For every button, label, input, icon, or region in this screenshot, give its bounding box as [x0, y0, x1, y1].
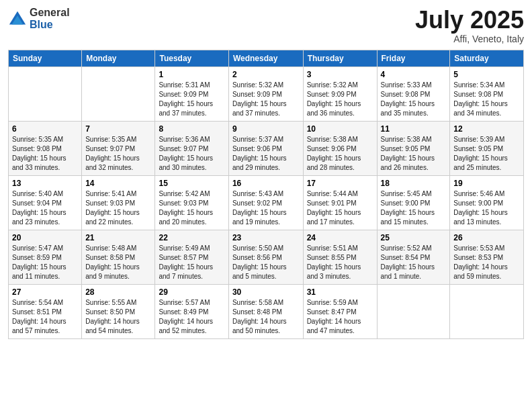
day-info: Sunrise: 5:39 AM Sunset: 9:05 PM Dayligh…: [453, 135, 520, 173]
daylight-text: Daylight: 15 hours and 36 minutes.: [307, 100, 361, 117]
calendar-cell: 16 Sunrise: 5:43 AM Sunset: 9:02 PM Dayl…: [228, 175, 303, 230]
day-info: Sunrise: 5:37 AM Sunset: 9:06 PM Dayligh…: [232, 135, 300, 173]
daylight-text: Daylight: 14 hours and 47 minutes.: [307, 318, 361, 334]
sunrise-text: Sunrise: 5:38 AM: [381, 136, 432, 143]
sunrise-text: Sunrise: 5:33 AM: [381, 81, 432, 89]
week-row-2: 13 Sunrise: 5:40 AM Sunset: 9:04 PM Dayl…: [9, 175, 524, 230]
sunrise-text: Sunrise: 5:49 AM: [159, 244, 210, 252]
day-info: Sunrise: 5:51 AM Sunset: 8:55 PM Dayligh…: [307, 244, 373, 281]
calendar-cell: 8 Sunrise: 5:36 AM Sunset: 9:07 PM Dayli…: [155, 121, 228, 175]
calendar-cell: [82, 66, 155, 121]
daylight-text: Daylight: 15 hours and 3 minutes.: [307, 263, 361, 280]
sunset-text: Sunset: 8:53 PM: [453, 254, 503, 261]
calendar-cell: 27 Sunrise: 5:54 AM Sunset: 8:51 PM Dayl…: [9, 284, 82, 338]
day-number: 14: [85, 179, 151, 188]
day-info: Sunrise: 5:46 AM Sunset: 9:00 PM Dayligh…: [453, 189, 520, 227]
day-number: 12: [453, 124, 520, 134]
day-info: Sunrise: 5:43 AM Sunset: 9:02 PM Dayligh…: [232, 189, 300, 227]
day-info: Sunrise: 5:59 AM Sunset: 8:47 PM Dayligh…: [307, 298, 373, 336]
day-number: 22: [159, 233, 224, 242]
sunset-text: Sunset: 8:47 PM: [307, 308, 357, 316]
header-monday: Monday: [82, 50, 155, 66]
calendar-cell: 4 Sunrise: 5:33 AM Sunset: 9:08 PM Dayli…: [377, 66, 450, 121]
day-info: Sunrise: 5:52 AM Sunset: 8:54 PM Dayligh…: [381, 244, 447, 281]
day-number: 31: [307, 287, 373, 297]
calendar-cell: 26 Sunrise: 5:53 AM Sunset: 8:53 PM Dayl…: [450, 230, 524, 284]
calendar-cell: 2 Sunrise: 5:32 AM Sunset: 9:09 PM Dayli…: [228, 66, 303, 121]
calendar-cell: 13 Sunrise: 5:40 AM Sunset: 9:04 PM Dayl…: [9, 175, 82, 230]
header-row: Sunday Monday Tuesday Wednesday Thursday…: [9, 50, 524, 66]
sunrise-text: Sunrise: 5:35 AM: [85, 136, 136, 143]
day-number: 26: [453, 233, 520, 242]
sunset-text: Sunset: 9:04 PM: [12, 199, 62, 207]
sunset-text: Sunset: 8:51 PM: [12, 308, 62, 316]
sunrise-text: Sunrise: 5:53 AM: [453, 244, 504, 252]
day-info: Sunrise: 5:35 AM Sunset: 9:08 PM Dayligh…: [12, 135, 78, 173]
sunset-text: Sunset: 8:50 PM: [85, 308, 135, 316]
sunset-text: Sunset: 8:56 PM: [232, 254, 282, 261]
sunset-text: Sunset: 8:59 PM: [12, 254, 62, 261]
sunset-text: Sunset: 8:54 PM: [381, 254, 431, 261]
day-number: 1: [159, 70, 224, 79]
week-row-1: 6 Sunrise: 5:35 AM Sunset: 9:08 PM Dayli…: [9, 121, 524, 175]
day-info: Sunrise: 5:41 AM Sunset: 9:03 PM Dayligh…: [85, 189, 151, 227]
calendar-cell: 19 Sunrise: 5:46 AM Sunset: 9:00 PM Dayl…: [450, 175, 524, 230]
sunrise-text: Sunrise: 5:59 AM: [307, 299, 358, 306]
daylight-text: Daylight: 14 hours and 59 minutes.: [453, 263, 508, 280]
day-info: Sunrise: 5:40 AM Sunset: 9:04 PM Dayligh…: [12, 189, 78, 227]
calendar-cell: 15 Sunrise: 5:42 AM Sunset: 9:03 PM Dayl…: [155, 175, 228, 230]
day-info: Sunrise: 5:57 AM Sunset: 8:49 PM Dayligh…: [159, 298, 224, 336]
sunrise-text: Sunrise: 5:43 AM: [232, 190, 283, 197]
calendar-cell: 5 Sunrise: 5:34 AM Sunset: 9:08 PM Dayli…: [450, 66, 524, 121]
sunrise-text: Sunrise: 5:40 AM: [12, 190, 63, 197]
sunset-text: Sunset: 9:06 PM: [232, 145, 282, 152]
daylight-text: Daylight: 14 hours and 54 minutes.: [85, 318, 140, 334]
sunset-text: Sunset: 8:57 PM: [159, 254, 208, 261]
sunset-text: Sunset: 9:09 PM: [307, 91, 357, 98]
day-number: 3: [307, 70, 373, 79]
day-info: Sunrise: 5:35 AM Sunset: 9:07 PM Dayligh…: [85, 135, 151, 173]
calendar-cell: 12 Sunrise: 5:39 AM Sunset: 9:05 PM Dayl…: [450, 121, 524, 175]
day-number: 16: [232, 179, 300, 188]
sunrise-text: Sunrise: 5:54 AM: [12, 299, 63, 306]
day-number: 10: [307, 124, 373, 134]
calendar-cell: [377, 284, 450, 338]
daylight-text: Daylight: 15 hours and 37 minutes.: [159, 100, 213, 117]
day-info: Sunrise: 5:55 AM Sunset: 8:50 PM Dayligh…: [85, 298, 151, 336]
day-info: Sunrise: 5:53 AM Sunset: 8:53 PM Dayligh…: [453, 244, 520, 281]
sunset-text: Sunset: 9:06 PM: [307, 145, 357, 152]
day-info: Sunrise: 5:49 AM Sunset: 8:57 PM Dayligh…: [159, 244, 224, 281]
week-row-3: 20 Sunrise: 5:47 AM Sunset: 8:59 PM Dayl…: [9, 230, 524, 284]
daylight-text: Daylight: 15 hours and 32 minutes.: [85, 154, 140, 171]
sunset-text: Sunset: 8:55 PM: [307, 254, 357, 261]
calendar-cell: 17 Sunrise: 5:44 AM Sunset: 9:01 PM Dayl…: [303, 175, 377, 230]
sunset-text: Sunset: 9:05 PM: [381, 145, 431, 152]
day-info: Sunrise: 5:44 AM Sunset: 9:01 PM Dayligh…: [307, 189, 373, 227]
day-number: 7: [85, 124, 151, 134]
month-title: July 2025: [415, 7, 524, 34]
day-info: Sunrise: 5:31 AM Sunset: 9:09 PM Dayligh…: [159, 81, 224, 118]
day-info: Sunrise: 5:47 AM Sunset: 8:59 PM Dayligh…: [12, 244, 78, 281]
calendar-cell: [450, 284, 524, 338]
sunrise-text: Sunrise: 5:47 AM: [12, 244, 63, 252]
sunrise-text: Sunrise: 5:39 AM: [453, 136, 504, 143]
week-row-0: 1 Sunrise: 5:31 AM Sunset: 9:09 PM Dayli…: [9, 66, 524, 121]
header: General Blue July 2025 Affi, Veneto, Ita…: [8, 7, 524, 44]
sunrise-text: Sunrise: 5:37 AM: [232, 136, 283, 143]
location-subtitle: Affi, Veneto, Italy: [415, 34, 524, 44]
day-info: Sunrise: 5:33 AM Sunset: 9:08 PM Dayligh…: [381, 81, 447, 118]
sunset-text: Sunset: 9:03 PM: [159, 199, 208, 207]
day-number: 20: [12, 233, 78, 242]
calendar-cell: 18 Sunrise: 5:45 AM Sunset: 9:00 PM Dayl…: [377, 175, 450, 230]
daylight-text: Daylight: 15 hours and 5 minutes.: [232, 263, 287, 280]
daylight-text: Daylight: 15 hours and 35 minutes.: [381, 100, 435, 117]
daylight-text: Daylight: 15 hours and 22 minutes.: [85, 209, 140, 226]
day-number: 4: [381, 70, 447, 79]
header-friday: Friday: [377, 50, 450, 66]
day-number: 29: [159, 287, 224, 297]
daylight-text: Daylight: 14 hours and 50 minutes.: [232, 318, 287, 334]
sunset-text: Sunset: 9:08 PM: [381, 91, 431, 98]
week-row-4: 27 Sunrise: 5:54 AM Sunset: 8:51 PM Dayl…: [9, 284, 524, 338]
day-info: Sunrise: 5:34 AM Sunset: 9:08 PM Dayligh…: [453, 81, 520, 118]
day-info: Sunrise: 5:54 AM Sunset: 8:51 PM Dayligh…: [12, 298, 78, 336]
